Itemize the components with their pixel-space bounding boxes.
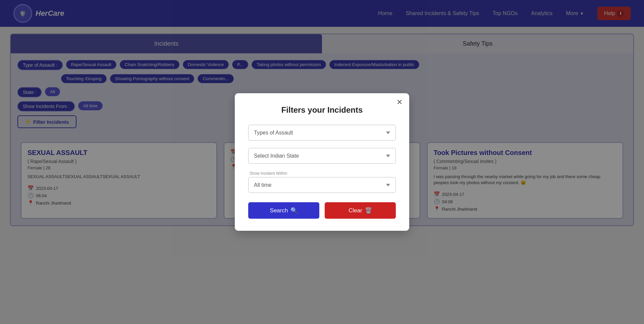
- clear-label: Clear: [348, 207, 362, 214]
- search-icon: 🔍: [290, 207, 298, 214]
- trash-icon: 🗑️: [365, 207, 372, 214]
- modal-actions: Search 🔍 Clear 🗑️: [248, 202, 396, 219]
- assault-type-select[interactable]: Types of Assault All Rape/Sexual Assault…: [248, 125, 396, 141]
- search-button[interactable]: Search 🔍: [248, 202, 319, 219]
- modal-overlay[interactable]: ✕ Filters your Incidents Types of Assaul…: [0, 0, 644, 324]
- state-field: Select Indian State All Andhra Pradesh J…: [248, 148, 396, 164]
- state-select[interactable]: Select Indian State All Andhra Pradesh J…: [248, 148, 396, 164]
- search-label: Search: [270, 207, 288, 214]
- filter-modal: ✕ Filters your Incidents Types of Assaul…: [235, 93, 409, 231]
- assault-type-field: Types of Assault All Rape/Sexual Assault…: [248, 125, 396, 141]
- modal-close-button[interactable]: ✕: [396, 99, 402, 106]
- modal-title: Filters your Incidents: [248, 105, 396, 115]
- time-select[interactable]: All time Last 7 days Last 30 days Last 6…: [248, 177, 396, 193]
- clear-button[interactable]: Clear 🗑️: [325, 202, 396, 219]
- time-field: Show Incident Within All time Last 7 day…: [248, 171, 396, 193]
- time-label: Show Incident Within: [248, 171, 396, 176]
